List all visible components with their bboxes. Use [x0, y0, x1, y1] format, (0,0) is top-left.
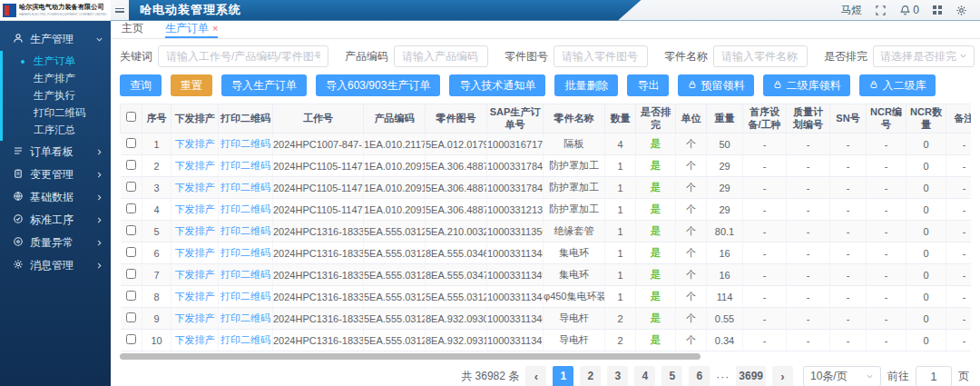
cell-scheduled: 是 — [636, 221, 676, 242]
cell-ncr-qty: 0 — [906, 134, 946, 155]
sidebar-item-message-management[interactable]: 消息管理 — [0, 254, 111, 277]
print-qrcode-link[interactable]: 打印二维码 — [220, 160, 270, 171]
cell-index: 10 — [142, 330, 172, 351]
page-button[interactable]: 3 — [607, 366, 628, 386]
row-checkbox[interactable] — [126, 203, 136, 213]
row-checkbox[interactable] — [126, 291, 136, 301]
next-page-button[interactable]: › — [772, 366, 793, 386]
row-checkbox[interactable] — [126, 269, 136, 279]
dispatch-link[interactable]: 下发排产 — [175, 269, 215, 280]
sidebar-subitem-production-execution[interactable]: 生产执行 — [3, 87, 111, 104]
dispatch-link[interactable]: 下发排产 — [175, 225, 215, 236]
cell-work-no: 2024HPC1316-1833-2 — [273, 286, 364, 308]
cell-remark: - — [946, 308, 972, 330]
sidebar-subitem-process-summary[interactable]: 工序汇总 — [3, 122, 111, 139]
select-all-checkbox[interactable] — [126, 112, 136, 122]
row-checkbox[interactable] — [126, 225, 136, 235]
product-code-input[interactable] — [394, 45, 488, 67]
username[interactable]: 马煜 — [840, 3, 862, 18]
row-checkbox[interactable] — [126, 334, 136, 344]
sidebar-item-change-management[interactable]: 变更管理 — [0, 163, 111, 186]
row-checkbox[interactable] — [126, 182, 136, 192]
import-tech-notice-button[interactable]: 导入技术通知单 — [449, 74, 545, 96]
dispatch-link[interactable]: 下发排产 — [175, 138, 215, 149]
l2-in-button[interactable]: 入二级库 — [859, 74, 936, 96]
sidebar-item-quality-exception[interactable]: 质量异常 — [0, 232, 111, 254]
last-page-button[interactable]: 3699 — [736, 366, 766, 386]
print-qrcode-link[interactable]: 打印二维码 — [220, 203, 270, 214]
print-qrcode-link[interactable]: 打印二维码 — [220, 269, 270, 280]
cell-sn: - — [830, 242, 867, 264]
grid-icon[interactable] — [932, 5, 943, 15]
dispatch-link[interactable]: 下发排产 — [175, 247, 215, 258]
sidebar-subitem-production-scheduling[interactable]: 生产排产 — [3, 70, 111, 87]
part-name-input[interactable] — [713, 45, 808, 67]
more-pages-icon[interactable]: ··· — [716, 371, 730, 383]
export-button[interactable]: 导出 — [627, 74, 669, 96]
print-qrcode-link[interactable]: 打印二维码 — [220, 247, 270, 258]
cell-sap-no: 10003311346 — [487, 308, 544, 330]
batch-delete-button[interactable]: 批量删除 — [554, 74, 618, 96]
column-header: SN号 — [830, 104, 867, 134]
cell-drawing-no: 8EA.555.0346 — [426, 242, 487, 264]
main-area: 哈电动装管理系统 马煜 0 主页 生产订单 × — [111, 0, 980, 386]
print-qrcode-link[interactable]: 打印二维码 — [220, 312, 270, 323]
dispatch-link[interactable]: 下发排产 — [175, 160, 215, 171]
sidebar-item-base-data[interactable]: 基础数据 — [0, 186, 111, 209]
cell-ncr-no: - — [867, 286, 906, 308]
import-603-button[interactable]: 导入603/903生产订单 — [316, 74, 440, 96]
sidebar-subitem-print-qrcode[interactable]: 打印二维码 — [3, 104, 111, 122]
sidebar-item-order-board[interactable]: 订单看板 — [0, 141, 111, 163]
prev-page-button[interactable]: ‹ — [525, 366, 546, 386]
print-qrcode-link[interactable]: 打印二维码 — [220, 334, 270, 345]
print-qrcode-link[interactable]: 打印二维码 — [220, 138, 270, 149]
dispatch-link[interactable]: 下发排产 — [175, 203, 215, 214]
row-checkbox[interactable] — [126, 138, 136, 148]
page-button[interactable]: 4 — [634, 366, 655, 386]
page-size-select[interactable]: 10条/页 — [803, 366, 881, 386]
page-button[interactable]: 1 — [553, 366, 573, 386]
page-button[interactable]: 5 — [662, 366, 682, 386]
part-drawing-input[interactable] — [554, 45, 648, 67]
bell-icon[interactable] — [899, 5, 911, 16]
sidebar-collapse-icon[interactable] — [111, 8, 129, 13]
reserve-picking-button[interactable]: 预留领料 — [678, 74, 754, 96]
print-qrcode-link[interactable]: 打印二维码 — [220, 291, 270, 302]
tab-home[interactable]: 主页 — [122, 21, 143, 38]
page-button[interactable]: 6 — [689, 366, 710, 386]
tab-close-icon[interactable]: × — [212, 24, 218, 34]
cell-drawing-no: 8EA.932.0931 — [426, 330, 487, 351]
cell-index: 9 — [142, 308, 172, 330]
dispatch-link[interactable]: 下发排产 — [175, 182, 215, 193]
settings-gear-icon[interactable] — [956, 5, 967, 16]
dispatch-link[interactable]: 下发排产 — [175, 334, 215, 345]
row-checkbox[interactable] — [126, 160, 136, 170]
dispatch-link[interactable]: 下发排产 — [175, 312, 215, 323]
table-row: 5 下发排产 打印二维码 2024HPC1316-1833-2 5EA.555.… — [121, 221, 972, 242]
page-button[interactable]: 2 — [580, 366, 601, 386]
l2-picking-button[interactable]: 二级库领料 — [763, 74, 850, 96]
column-header: 序号 — [142, 104, 172, 134]
lock-icon — [869, 79, 878, 92]
import-order-button[interactable]: 导入生产订单 — [221, 74, 307, 96]
row-checkbox[interactable] — [126, 247, 136, 257]
search-button[interactable]: 查询 — [120, 74, 162, 96]
fullscreen-icon[interactable] — [875, 5, 887, 16]
sidebar-item-production-management[interactable]: 生产管理 — [0, 28, 111, 51]
cell-qty: 1 — [605, 264, 636, 286]
row-checkbox[interactable] — [126, 312, 136, 322]
sidebar-subitem-production-order[interactable]: 生产订单 — [3, 53, 111, 70]
reset-button[interactable]: 重置 — [171, 74, 212, 96]
scheduled-select[interactable]: 请选择是否排完 — [873, 45, 975, 67]
cell-first-device: - — [743, 286, 787, 308]
goto-page-input[interactable] — [916, 366, 952, 386]
scrollbar-thumb[interactable] — [120, 353, 701, 360]
cell-product-code: 5EA.555.0312 — [364, 242, 426, 264]
tab-production-order[interactable]: 生产订单 × — [165, 21, 218, 38]
print-qrcode-link[interactable]: 打印二维码 — [220, 225, 270, 236]
cell-sn: - — [830, 155, 867, 177]
print-qrcode-link[interactable]: 打印二维码 — [220, 182, 270, 193]
dispatch-link[interactable]: 下发排产 — [175, 291, 215, 302]
sidebar-item-standard-process[interactable]: 标准工序 — [0, 209, 111, 232]
keyword-input[interactable] — [158, 45, 328, 67]
